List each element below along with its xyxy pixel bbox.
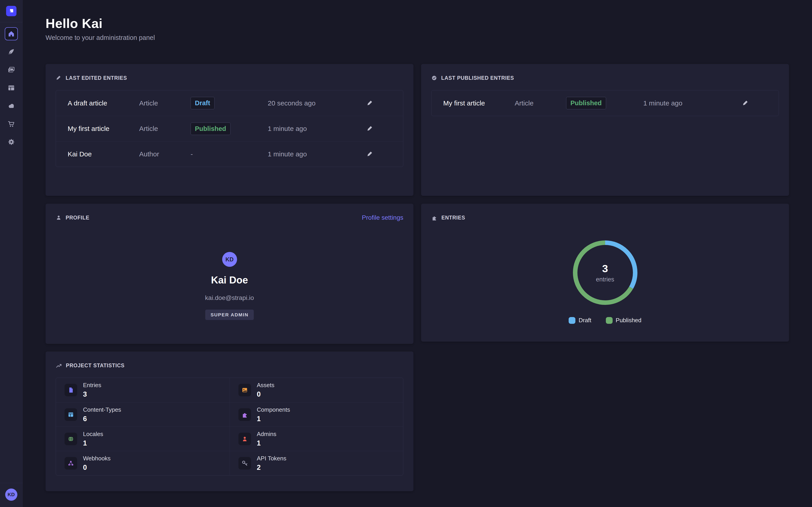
sidebar-item-media-library[interactable] <box>5 63 18 76</box>
feather-icon <box>7 48 15 56</box>
globe-icon <box>67 436 74 442</box>
stat-value: 6 <box>83 415 121 423</box>
stat-label: Content-Types <box>83 406 121 413</box>
status-badge: Draft <box>191 97 214 109</box>
gear-icon <box>7 138 15 146</box>
picture-icon <box>241 387 248 393</box>
entry-type: Article <box>515 99 566 107</box>
entry-type: Article <box>139 125 191 132</box>
stats-table: Entries 3 Assets 0 <box>56 378 403 475</box>
edit-entry-button[interactable] <box>740 98 751 109</box>
status-badge: Published <box>566 97 606 109</box>
stat-value: 3 <box>83 390 101 398</box>
stat-components: Components 1 <box>230 402 403 427</box>
stat-label: API Tokens <box>257 455 287 462</box>
layout-icon <box>7 84 15 92</box>
profile-name: Kai Doe <box>211 274 248 286</box>
pencil-icon <box>366 125 373 132</box>
stat-label: Entries <box>83 382 101 389</box>
stat-webhooks: Webhooks 0 <box>56 451 230 475</box>
images-icon <box>7 66 15 74</box>
strapi-logo[interactable] <box>6 6 16 16</box>
legend-swatch-draft <box>569 317 575 324</box>
legend-item-draft: Draft <box>569 317 591 324</box>
donut-center-label: entries <box>596 276 614 283</box>
panel-profile: PROFILE Profile settings KD Kai Doe kai.… <box>46 204 413 344</box>
last-edited-table: A draft article Article Draft 20 seconds… <box>56 90 403 167</box>
stat-label: Locales <box>83 431 103 438</box>
profile-avatar: KD <box>222 252 237 267</box>
panel-last-edited-entries: LAST EDITED ENTRIES A draft article Arti… <box>46 64 413 196</box>
webhook-icon <box>67 460 74 467</box>
entry-type: Article <box>139 99 191 107</box>
entry-name: My first article <box>68 125 139 132</box>
table-row: A draft article Article Draft 20 seconds… <box>56 90 403 116</box>
legend-label: Published <box>616 317 642 324</box>
pencil-icon <box>366 151 373 158</box>
panel-title: PROJECT STATISTICS <box>66 362 124 369</box>
panel-title: LAST PUBLISHED ENTRIES <box>441 75 514 81</box>
entry-time: 20 seconds ago <box>268 99 364 107</box>
stat-entries: Entries 3 <box>56 378 230 402</box>
sidebar-divider-top <box>0 22 22 22</box>
pencil-icon <box>742 100 749 107</box>
stat-value: 0 <box>83 463 110 471</box>
person-icon <box>241 436 248 442</box>
entry-name: Kai Doe <box>68 150 139 158</box>
panel-project-statistics: PROJECT STATISTICS Entries 3 <box>46 351 413 491</box>
page-subtitle: Welcome to your administration panel <box>46 34 789 42</box>
role-badge: SUPER ADMIN <box>205 309 254 320</box>
sidebar-item-home[interactable] <box>5 27 18 40</box>
page-title: Hello Kai <box>46 16 789 31</box>
sidebar-item-content-type-builder[interactable] <box>5 81 18 95</box>
stat-assets: Assets 0 <box>230 378 403 402</box>
sidebar-item-deploy[interactable] <box>5 99 18 112</box>
pencil-icon <box>366 100 373 107</box>
home-icon <box>7 30 15 38</box>
key-icon <box>241 460 248 467</box>
profile-settings-link[interactable]: Profile settings <box>362 214 403 221</box>
puzzle-icon <box>241 411 248 418</box>
panel-entries: ENTRIES 3 entries <box>421 204 789 342</box>
status-badge: Published <box>191 123 231 135</box>
stat-content-types: Content-Types 6 <box>56 402 230 427</box>
entry-name: My first article <box>443 99 515 107</box>
cart-icon <box>7 120 15 128</box>
table-row: My first article Article Published 1 min… <box>432 90 779 116</box>
sidebar-item-content-manager[interactable] <box>5 45 18 58</box>
edit-entry-button[interactable] <box>364 149 375 160</box>
stat-api-tokens: API Tokens 2 <box>230 451 403 475</box>
panel-title: LAST EDITED ENTRIES <box>66 75 127 81</box>
stat-value: 2 <box>257 463 287 471</box>
person-icon <box>56 215 62 221</box>
edit-entry-button[interactable] <box>364 98 375 109</box>
sidebar-divider-bottom <box>0 483 22 483</box>
strapi-logo-icon <box>8 8 15 14</box>
sidebar-item-marketplace[interactable] <box>5 117 18 130</box>
user-avatar[interactable]: KD <box>5 489 17 501</box>
profile-email: kai.doe@strapi.io <box>205 294 254 301</box>
table-row: Kai Doe Author - 1 minute ago <box>56 141 403 167</box>
status-empty: - <box>191 150 268 158</box>
legend-label: Draft <box>578 317 591 324</box>
entry-time: 1 minute ago <box>643 99 740 107</box>
sidebar: KD <box>0 0 22 507</box>
puzzle-icon <box>431 215 437 221</box>
legend-swatch-published <box>606 317 613 324</box>
stat-value: 0 <box>257 390 274 398</box>
entry-time: 1 minute ago <box>268 150 364 158</box>
edit-entry-button[interactable] <box>364 123 375 134</box>
entries-donut-chart: 3 entries <box>571 239 639 306</box>
donut-center-value: 3 <box>602 262 608 275</box>
cloud-icon <box>7 102 15 110</box>
layout-icon <box>67 411 74 418</box>
stat-value: 1 <box>257 415 290 423</box>
main-content: Hello Kai Welcome to your administration… <box>22 0 812 507</box>
trending-up-icon <box>56 362 62 369</box>
entry-type: Author <box>139 150 191 158</box>
sidebar-item-settings[interactable] <box>5 135 18 149</box>
last-published-table: My first article Article Published 1 min… <box>431 90 779 116</box>
pencil-icon <box>56 75 62 81</box>
panel-title: ENTRIES <box>442 215 465 221</box>
stat-label: Admins <box>257 431 276 438</box>
